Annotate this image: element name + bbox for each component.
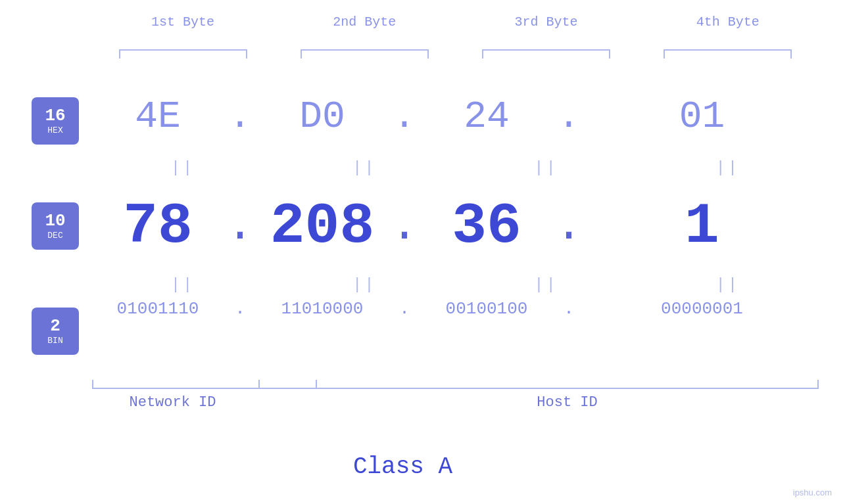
header-byte4: 4th Byte [662, 14, 794, 30]
equals-1-b1: || [117, 159, 249, 177]
byte-headers: 1st Byte 2nd Byte 3rd Byte 4th Byte [92, 14, 819, 30]
dec-byte2: 208 [256, 194, 388, 259]
dec-dot3: . [552, 204, 585, 250]
badge-dec: 10 DEC [32, 202, 79, 250]
equals-row-2: || || || || [92, 276, 819, 294]
bin-byte4: 00000001 [585, 299, 819, 319]
header-byte1: 1st Byte [117, 14, 249, 30]
bin-dot2: . [388, 299, 421, 319]
equals-1-b4: || [662, 159, 794, 177]
host-id-label: Host ID [316, 394, 819, 411]
badge-hex-label: HEX [47, 126, 62, 135]
bin-byte3: 00100100 [421, 299, 552, 319]
bin-byte1: 01001110 [92, 299, 224, 319]
header-byte3: 3rd Byte [481, 14, 612, 30]
top-bracket-2 [301, 49, 429, 58]
badge-bin: 2 BIN [32, 308, 79, 355]
top-bracket-3 [482, 49, 610, 58]
equals-1-b3: || [481, 159, 612, 177]
equals-2-b3: || [481, 276, 612, 294]
top-brackets [92, 49, 819, 58]
equals-row-1: || || || || [92, 159, 819, 177]
network-id-label: Network ID [92, 394, 253, 411]
dec-row: 78 . 208 . 36 . 1 [92, 194, 819, 259]
badge-bin-number: 2 [50, 317, 60, 334]
bin-row: 01001110 . 11010000 . 00100100 . 0000000… [92, 299, 819, 319]
hex-byte2: D0 [256, 95, 388, 138]
hex-byte3: 24 [421, 95, 552, 138]
badge-hex-number: 16 [45, 107, 65, 124]
equals-1-b2: || [299, 159, 430, 177]
hex-dot2: . [388, 95, 421, 138]
dec-byte3: 36 [421, 194, 552, 259]
badge-dec-number: 10 [45, 212, 65, 229]
hex-dot1: . [224, 95, 256, 138]
equals-2-b1: || [117, 276, 249, 294]
header-byte2: 2nd Byte [299, 14, 430, 30]
bottom-full-line [92, 388, 819, 389]
hex-byte1: 4E [92, 95, 224, 138]
bin-byte2: 11010000 [256, 299, 388, 319]
equals-2-b2: || [299, 276, 430, 294]
dec-dot1: . [224, 204, 256, 250]
badge-hex: 16 HEX [32, 97, 79, 145]
dec-dot2: . [388, 204, 421, 250]
badge-bin-label: BIN [47, 336, 62, 346]
hex-byte4: 01 [585, 95, 819, 138]
top-bracket-4 [664, 49, 792, 58]
hex-row: 4E . D0 . 24 . 01 [92, 95, 819, 138]
bin-dot3: . [552, 299, 585, 319]
dec-byte4: 1 [585, 194, 819, 259]
badge-dec-label: DEC [47, 231, 62, 241]
hex-dot3: . [552, 95, 585, 138]
equals-2-b4: || [662, 276, 794, 294]
class-label: Class A [0, 453, 806, 480]
watermark: ipshu.com [793, 488, 832, 497]
bin-dot1: . [224, 299, 256, 319]
top-bracket-1 [119, 49, 247, 58]
main-container: 1st Byte 2nd Byte 3rd Byte 4th Byte 16 H… [0, 0, 845, 504]
dec-byte1: 78 [92, 194, 224, 259]
